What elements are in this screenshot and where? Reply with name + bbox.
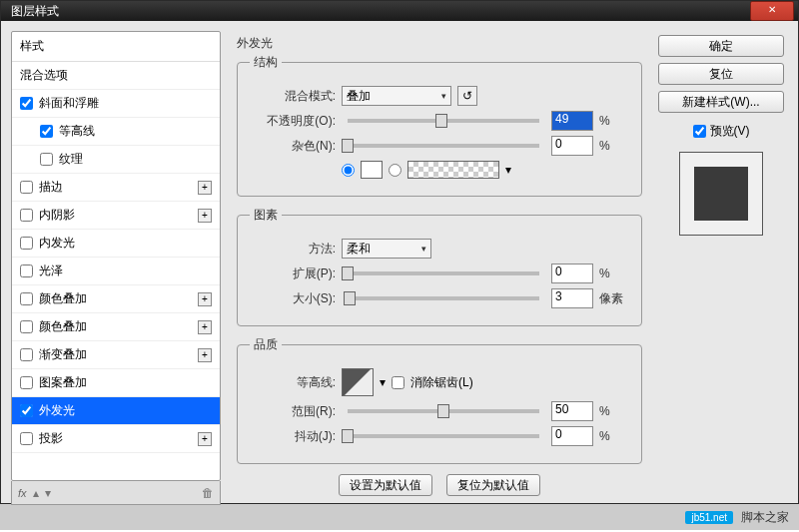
plus-icon[interactable]: + (198, 181, 212, 195)
style-item[interactable]: 斜面和浮雕 (12, 90, 220, 118)
size-label: 大小(S): (250, 290, 336, 307)
noise-slider[interactable] (348, 144, 539, 148)
color-radio[interactable] (342, 164, 355, 177)
style-item[interactable]: 渐变叠加+ (12, 341, 220, 369)
style-item[interactable]: 纹理 (12, 146, 220, 174)
style-checkbox[interactable] (40, 153, 53, 166)
style-label: 斜面和浮雕 (39, 95, 99, 112)
style-item[interactable]: 内发光 (12, 230, 220, 258)
left-panel: 样式 混合选项 斜面和浮雕等高线纹理描边+内阴影+内发光光泽颜色叠加+颜色叠加+… (11, 31, 221, 505)
style-checkbox[interactable] (20, 97, 33, 110)
spread-label: 扩展(P): (250, 266, 336, 282)
plus-icon[interactable]: + (198, 320, 212, 334)
noise-input[interactable]: 0 (551, 136, 593, 156)
size-unit: 像素 (599, 290, 629, 307)
arrow-up-icon[interactable]: ▴ (33, 486, 39, 500)
cancel-button[interactable]: 复位 (658, 63, 784, 85)
opacity-unit: % (599, 114, 629, 128)
ok-button[interactable]: 确定 (658, 35, 784, 57)
range-label: 范围(R): (250, 403, 336, 420)
titlebar[interactable]: 图层样式 ✕ (1, 1, 798, 21)
opacity-input[interactable]: 49 (551, 111, 593, 131)
spread-input[interactable]: 0 (551, 264, 593, 283)
style-item[interactable]: 描边+ (12, 174, 220, 202)
plus-icon[interactable]: + (198, 348, 212, 362)
method-dropdown[interactable]: 柔和 ▾ (342, 239, 431, 259)
size-slider[interactable] (348, 296, 539, 300)
chevron-down-icon: ▾ (441, 91, 446, 101)
blending-options-item[interactable]: 混合选项 (12, 62, 220, 90)
center-panel: 外发光 结构 混合模式: 叠加 ▾ ↺ 不透明度(O): 49 % (229, 31, 650, 505)
layer-style-dialog: 图层样式 ✕ 样式 混合选项 斜面和浮雕等高线纹理描边+内阴影+内发光光泽颜色叠… (0, 0, 799, 504)
footer-badge: jb51.net (685, 511, 733, 524)
style-label: 外发光 (39, 402, 75, 419)
close-button[interactable]: ✕ (750, 1, 794, 21)
gradient-caret-icon[interactable]: ▾ (505, 163, 511, 177)
chevron-down-icon: ▾ (421, 244, 426, 254)
style-label: 内发光 (39, 235, 75, 252)
contour-picker[interactable] (342, 368, 374, 396)
trash-icon[interactable]: 🗑 (202, 486, 214, 500)
style-checkbox[interactable] (20, 404, 33, 417)
range-input[interactable]: 50 (551, 401, 593, 421)
jitter-input[interactable]: 0 (551, 426, 593, 446)
fx-icon[interactable]: fx (18, 487, 27, 499)
style-item[interactable]: 等高线 (12, 118, 220, 146)
blend-mode-dropdown[interactable]: 叠加 ▾ (342, 86, 451, 106)
preview-checkbox[interactable] (693, 125, 706, 138)
gradient-swatch[interactable] (407, 161, 499, 179)
range-slider[interactable] (348, 409, 539, 413)
plus-icon[interactable]: + (198, 432, 212, 446)
style-label: 描边 (39, 179, 63, 196)
style-checkbox[interactable] (20, 209, 33, 222)
style-checkbox[interactable] (20, 265, 33, 277)
style-item[interactable]: 内阴影+ (12, 202, 220, 230)
blend-mode-value: 叠加 (347, 88, 371, 105)
range-unit: % (599, 404, 629, 418)
blend-mode-reset-button[interactable]: ↺ (457, 86, 477, 106)
style-checkbox[interactable] (20, 432, 33, 445)
style-checkbox[interactable] (20, 376, 33, 389)
quality-group: 品质 等高线: ▾ 消除锯齿(L) 范围(R): 50 % 抖动(J): (237, 336, 642, 464)
style-label: 渐变叠加 (39, 346, 87, 363)
jitter-slider[interactable] (348, 434, 539, 438)
jitter-label: 抖动(J): (250, 428, 336, 445)
structure-group: 结构 混合模式: 叠加 ▾ ↺ 不透明度(O): 49 % 杂色(N): (237, 54, 642, 197)
elements-legend: 图素 (250, 207, 282, 224)
style-item[interactable]: 颜色叠加+ (12, 285, 220, 313)
style-checkbox[interactable] (20, 320, 33, 333)
contour-caret-icon[interactable]: ▾ (380, 375, 386, 389)
plus-icon[interactable]: + (198, 292, 212, 306)
quality-legend: 品质 (250, 336, 282, 353)
style-item[interactable]: 外发光 (12, 397, 220, 425)
style-label: 图案叠加 (39, 374, 87, 391)
arrow-down-icon[interactable]: ▾ (45, 486, 51, 500)
style-label: 投影 (39, 430, 63, 447)
style-checkbox[interactable] (20, 181, 33, 194)
style-checkbox[interactable] (40, 125, 53, 138)
style-item[interactable]: 投影+ (12, 425, 220, 453)
style-label: 颜色叠加 (39, 318, 87, 335)
reset-default-button[interactable]: 复位为默认值 (446, 474, 540, 496)
style-checkbox[interactable] (20, 292, 33, 305)
style-item[interactable]: 光泽 (12, 258, 220, 285)
make-default-button[interactable]: 设置为默认值 (339, 474, 432, 496)
fx-toolbar: fx ▴ ▾ 🗑 (11, 481, 221, 505)
plus-icon[interactable]: + (198, 209, 212, 223)
spread-slider[interactable] (348, 271, 539, 275)
gradient-radio[interactable] (389, 164, 401, 177)
opacity-slider[interactable] (348, 119, 539, 123)
color-swatch[interactable] (361, 161, 383, 179)
style-item[interactable]: 图案叠加 (12, 369, 220, 397)
size-input[interactable]: 3 (551, 288, 593, 308)
right-panel: 确定 复位 新建样式(W)... 预览(V) (658, 31, 788, 505)
styles-list: 样式 混合选项 斜面和浮雕等高线纹理描边+内阴影+内发光光泽颜色叠加+颜色叠加+… (11, 31, 221, 481)
style-item[interactable]: 颜色叠加+ (12, 313, 220, 341)
style-checkbox[interactable] (20, 348, 33, 361)
new-style-button[interactable]: 新建样式(W)... (658, 91, 784, 113)
style-label: 等高线 (59, 123, 95, 140)
style-checkbox[interactable] (20, 237, 33, 250)
window-title: 图层样式 (5, 3, 750, 20)
style-label: 颜色叠加 (39, 290, 87, 307)
antialias-checkbox[interactable] (392, 376, 404, 389)
